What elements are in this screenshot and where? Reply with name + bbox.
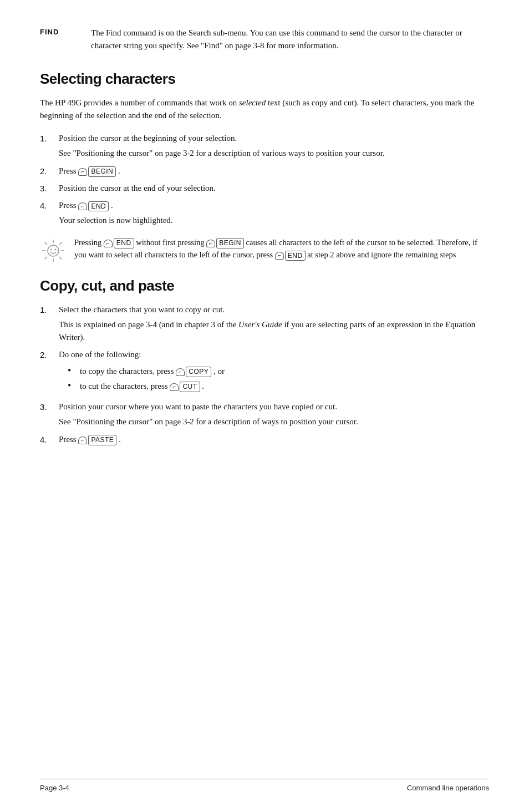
kbd-note-end-2: ⌐ END xyxy=(275,251,306,261)
key-end: END xyxy=(88,201,109,212)
svg-line-8 xyxy=(45,257,47,259)
find-description: The Find command is on the Search sub-me… xyxy=(91,28,462,50)
selecting-intro: The HP 49G provides a number of commands… xyxy=(40,97,489,123)
kbd-note-begin: ⌐ BEGIN xyxy=(206,238,244,248)
key-copy: COPY xyxy=(186,367,211,377)
find-text: The Find command is on the Search sub-me… xyxy=(91,27,489,53)
footer: Page 3-4 Command line operations xyxy=(40,779,489,792)
copy-heading: Copy, cut, and paste xyxy=(40,277,489,295)
copy-step-1: 1. Select the characters that you want t… xyxy=(40,303,489,344)
copy-step-2: 2. Do one of the following: • to copy th… xyxy=(40,348,489,396)
svg-line-7 xyxy=(59,242,62,244)
note-text: Pressing ⌐ END without first pressing ⌐ … xyxy=(74,236,489,261)
note-box: Pressing ⌐ END without first pressing ⌐ … xyxy=(40,236,489,264)
step-3: 3. Position the cursor at the end of you… xyxy=(40,182,489,195)
copy-step-3: 3. Position your cursor where you want t… xyxy=(40,400,489,429)
kbd-paste: ⌐ PASTE xyxy=(78,435,116,445)
note-key-end: END xyxy=(114,238,134,248)
svg-point-10 xyxy=(55,248,57,250)
footer-page: Page 3-4 xyxy=(40,784,69,792)
key-paste: PASTE xyxy=(88,435,116,445)
note-shift-icon-2: ⌐ xyxy=(206,240,215,247)
key-begin: BEGIN xyxy=(88,166,116,177)
page: FIND The Find command is on the Search s… xyxy=(0,0,529,812)
kbd-shift-begin: ⌐ BEGIN xyxy=(78,166,116,177)
note-shift-icon-3: ⌐ xyxy=(275,252,284,260)
kbd-cut: ⌐ CUT xyxy=(170,382,200,392)
selecting-steps: 1. Position the cursor at the beginning … xyxy=(40,132,489,227)
bullet-copy: • to copy the characters, press ⌐ COPY ,… xyxy=(68,365,489,378)
copy-bullet-list: • to copy the characters, press ⌐ COPY ,… xyxy=(68,365,489,393)
footer-section: Command line operations xyxy=(407,784,489,792)
kbd-copy: ⌐ COPY xyxy=(176,367,211,377)
svg-point-0 xyxy=(48,245,59,256)
shift-icon-2: ⌐ xyxy=(78,202,87,210)
note-key-begin: BEGIN xyxy=(216,238,244,248)
svg-line-6 xyxy=(59,257,62,259)
shift-icon: ⌐ xyxy=(78,168,87,176)
find-block: FIND The Find command is on the Search s… xyxy=(40,27,489,53)
selecting-heading: Selecting characters xyxy=(40,70,489,88)
note-key-end-2: END xyxy=(285,251,306,261)
step-2: 2. Press ⌐ BEGIN . xyxy=(40,165,489,177)
find-label: FIND xyxy=(40,27,73,53)
step-1: 1. Position the cursor at the beginning … xyxy=(40,132,489,160)
copy-step-4: 4. Press ⌐ PASTE . xyxy=(40,433,489,446)
copy-shift-icon: ⌐ xyxy=(176,368,185,376)
cut-shift-icon: ⌐ xyxy=(170,383,179,391)
copy-steps: 1. Select the characters that you want t… xyxy=(40,303,489,446)
svg-point-9 xyxy=(50,248,52,250)
paste-shift-icon: ⌐ xyxy=(78,437,87,444)
key-cut: CUT xyxy=(180,382,200,392)
kbd-note-end: ⌐ END xyxy=(104,238,134,248)
svg-line-5 xyxy=(45,242,47,244)
step-4: 4. Press ⌐ END . Your selection is now h… xyxy=(40,199,489,227)
note-shift-icon: ⌐ xyxy=(104,240,113,247)
bullet-cut: • to cut the characters, press ⌐ CUT . xyxy=(68,380,489,393)
kbd-shift-end: ⌐ END xyxy=(78,201,109,212)
note-icon-svg xyxy=(40,237,67,264)
